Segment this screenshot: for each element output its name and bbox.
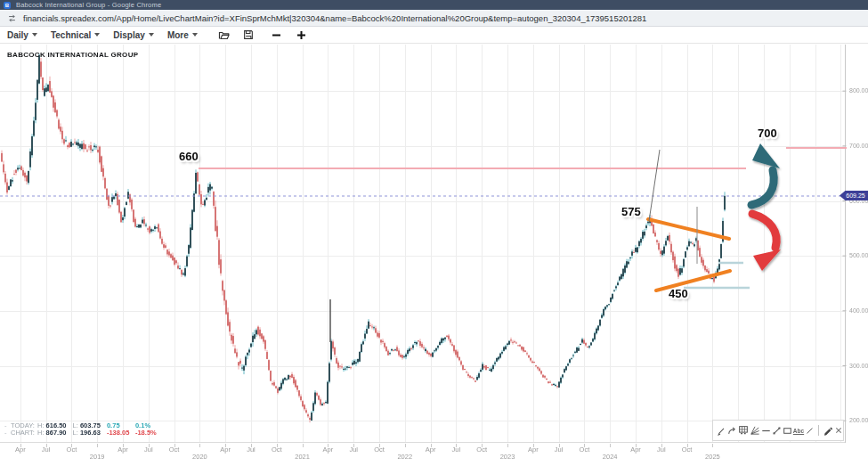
chart-low: 196.63 [80, 429, 107, 437]
x-axis-tick [507, 444, 508, 447]
edit-pencil-icon[interactable] [823, 424, 833, 437]
x-axis-tick [712, 444, 713, 447]
save-chart-icon[interactable] [243, 29, 254, 40]
chart-stats-row: -CHART:H: 867.90L: 196.63-138.05-18.5% [4, 429, 160, 437]
x-axis-label: Jul [136, 446, 161, 454]
x-axis-label: 2024 [597, 453, 622, 461]
x-axis-label: Apr [213, 446, 238, 454]
x-axis-tick [97, 444, 98, 447]
pattern-grid-icon[interactable] [738, 424, 749, 437]
y-axis-label: 700.00 [849, 143, 868, 149]
x-axis-label: Jul [34, 446, 59, 454]
x-axis-label: Apr [110, 446, 135, 454]
x-axis-label: Apr [8, 446, 33, 454]
x-axis-label: 2020 [187, 453, 212, 461]
fan-lines-icon[interactable] [750, 424, 760, 437]
chart-high: 867.90 [46, 429, 73, 437]
open-chart-icon[interactable] [218, 29, 230, 41]
x-axis-label: 2025 [700, 453, 725, 461]
last-price-badge: 609.25 [840, 191, 868, 200]
close-icon[interactable] [834, 424, 843, 437]
x-axis-label: Apr [315, 446, 340, 454]
trend-line-icon[interactable] [772, 424, 782, 437]
window-title: Babcock International Group - Google Chr… [16, 1, 161, 9]
diagonal-line-icon[interactable] [805, 424, 815, 437]
price-annotation-575[interactable]: 575 [621, 205, 641, 218]
price-annotation-660[interactable]: 660 [179, 150, 199, 163]
url-text[interactable]: financials.spreadex.com/App/Home/LiveCha… [23, 13, 646, 23]
x-axis-label: Oct [59, 446, 84, 454]
x-axis-label: Apr [418, 446, 443, 454]
legend-marker: - [4, 429, 11, 437]
drawing-toolbar: Abc [712, 420, 844, 441]
chart-change: -138.05 [107, 429, 135, 437]
url-bar[interactable]: financials.spreadex.com/App/Home/LiveCha… [0, 10, 868, 27]
x-axis-label: Jul [239, 446, 264, 454]
pointer-pen-icon[interactable] [717, 424, 726, 437]
horizontal-line-icon[interactable] [761, 424, 771, 437]
chart-change-pct: -18.5% [135, 429, 160, 437]
y-axis-label: 300.00 [849, 363, 868, 369]
price-annotation-450[interactable]: 450 [669, 287, 688, 300]
x-axis-tick [303, 444, 304, 447]
y-axis-label: 400.00 [849, 307, 868, 314]
chevron-down-icon [32, 33, 37, 37]
chevron-down-icon [192, 33, 198, 37]
x-axis-label: Oct [367, 446, 392, 454]
x-axis-label: Oct [572, 446, 596, 454]
y-axis-label: 500.00 [849, 252, 868, 258]
rectangle-icon[interactable] [783, 424, 792, 437]
y-axis-label: 200.00 [849, 417, 868, 423]
x-axis-label: Oct [469, 446, 494, 454]
site-info-icon[interactable] [7, 13, 17, 23]
chevron-down-icon [149, 33, 154, 37]
toolbar-divider [818, 425, 819, 436]
x-axis-label: Jul [547, 446, 572, 454]
chevron-down-icon [94, 33, 100, 37]
x-axis-label: Oct [264, 446, 289, 454]
chart-area: BABCOCK INTERNATIONAL GROUP 609.25 -TODA… [0, 44, 868, 466]
curved-arrow-icon[interactable] [727, 424, 737, 437]
x-axis-label: Jul [341, 446, 366, 454]
x-axis-label: Oct [675, 446, 700, 454]
menu-more[interactable]: More [167, 30, 198, 40]
candlestick-plot[interactable] [0, 45, 846, 443]
x-axis-label: 2019 [85, 453, 110, 461]
x-axis-label: Apr [623, 446, 648, 454]
x-axis-label: Oct [162, 446, 187, 454]
x-axis-tick [610, 444, 611, 447]
x-axis-label: 2022 [393, 453, 418, 461]
x-axis-label: Apr [521, 446, 546, 454]
zoom-in-icon[interactable] [296, 29, 307, 41]
zoom-out-icon[interactable] [271, 29, 282, 41]
x-axis-label: Jul [649, 446, 674, 454]
x-axis-tick [405, 444, 406, 447]
text-abc-icon[interactable]: Abc [793, 424, 804, 437]
price-annotation-700[interactable]: 700 [758, 127, 777, 140]
titlebar: B Babcock International Group - Google C… [0, 0, 868, 10]
x-axis-label: 2023 [495, 453, 520, 461]
menu-daily[interactable]: Daily [7, 30, 37, 40]
x-axis-tick [199, 444, 200, 447]
menu-display[interactable]: Display [113, 30, 154, 40]
chart-menubar: Daily Technical Display More [0, 27, 868, 44]
menu-technical[interactable]: Technical [51, 30, 100, 40]
favicon: B [4, 2, 11, 9]
browser-window: B Babcock International Group - Google C… [0, 0, 868, 466]
y-axis-label: 800.00 [849, 87, 868, 94]
x-axis-label: Jul [443, 446, 468, 454]
chart-title: BABCOCK INTERNATIONAL GROUP [7, 51, 138, 59]
x-axis-label: 2021 [290, 453, 315, 461]
